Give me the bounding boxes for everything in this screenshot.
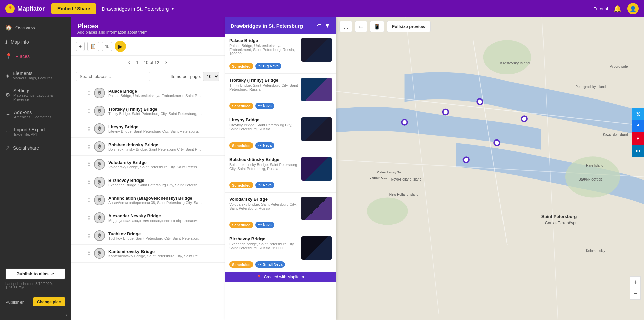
sort-down-button[interactable]: ▼: [87, 200, 91, 203]
sort-down-button[interactable]: ▼: [87, 236, 91, 239]
svg-text:Летний Сад: Летний Сад: [370, 176, 388, 179]
place-row[interactable]: ⋮⋮ ▲ ▼ Liteyny Bridge Liteyny Bridge, Sa…: [71, 120, 225, 138]
import-export-icon: ↔: [5, 129, 11, 135]
overlay-item[interactable]: Troitsky (Trinity) Bridge Trinity Bridge…: [225, 74, 336, 113]
sort-down-button[interactable]: ▼: [87, 218, 91, 221]
bell-icon[interactable]: 🔔: [613, 5, 622, 13]
place-address: Bolsheokhtinsky Bridge, Saint Petersburg…: [108, 147, 202, 151]
place-address: Tuchkov Bridge, Saint Petersburg City, S…: [108, 236, 202, 240]
overlay-tag-button[interactable]: 🏷: [316, 22, 322, 29]
sort-down-button[interactable]: ▼: [87, 129, 91, 132]
place-address: Exchange Bridge, Saint Petersburg City, …: [108, 183, 202, 187]
sidebar-item-sub: Excel file, API: [14, 132, 45, 136]
svg-point-30: [464, 158, 468, 162]
place-icon: [94, 123, 105, 134]
overlay-item-text: Volodarsky Bridge Volodarsky Bridge, Sai…: [229, 197, 299, 212]
sort-arrows: ▲ ▼: [87, 250, 91, 257]
overlay-item-image: [301, 78, 332, 101]
publish-to-alias-button[interactable]: Publish to alias ↗: [5, 268, 65, 280]
sidebar-item-social-share[interactable]: ↗ Social share: [0, 141, 71, 155]
sort-down-button[interactable]: ▼: [87, 147, 91, 150]
add-place-button[interactable]: +: [76, 42, 85, 51]
items-per-page-select[interactable]: 10 25 50: [203, 72, 219, 81]
mobile-preview-button[interactable]: 📱: [370, 21, 384, 32]
place-icon: [94, 106, 105, 116]
place-row[interactable]: ⋮⋮ ▲ ▼ Alexander Nevsky Bridge Медицинск…: [71, 209, 225, 227]
svg-text:Saint Petersburg: Saint Petersburg: [541, 214, 577, 219]
sidebar-item-elements[interactable]: ◈ Elements Markers, Tags, Features: [0, 67, 71, 84]
place-row[interactable]: ⋮⋮ ▲ ▼ Bolsheokhtinsky Bridge Bolsheokht…: [71, 138, 225, 156]
tablet-preview-button[interactable]: ▭: [355, 21, 367, 32]
place-row[interactable]: ⋮⋮ ▲ ▼ Troitsky (Trinity) Bridge Trinity…: [71, 102, 225, 120]
place-row[interactable]: ⋮⋮ ▲ ▼ Birzhevoy Bridge Exchange Bridge,…: [71, 173, 225, 191]
place-row[interactable]: ⋮⋮ ▲ ▼ Tuchkov Bridge Tuchkov Bridge, Sa…: [71, 227, 225, 245]
sidebar-nav: 🏠 Overview ℹ Map info 📍 Places ◈ Element…: [0, 17, 71, 264]
overlay-item[interactable]: Volodarsky Bridge Volodarsky Bridge, Sai…: [225, 193, 336, 232]
map-title-dropdown-icon[interactable]: ▼: [171, 6, 175, 11]
sort-down-button[interactable]: ▼: [87, 111, 91, 114]
badge: Scheduled: [229, 222, 253, 228]
sidebar-item-settings[interactable]: ⚙ Settings Map settings, Layouts & Prese…: [0, 84, 71, 106]
sidebar-collapse-button[interactable]: ‹: [0, 310, 71, 320]
overlay-item-badges: Scheduled〜 Neva: [229, 142, 332, 149]
overlay-item-addr: Volodarsky Bridge, Saint Petersburg City…: [229, 202, 299, 210]
twitter-share-button[interactable]: 𝕏: [632, 108, 644, 120]
prev-page-button[interactable]: ‹: [126, 58, 132, 66]
sidebar-item-import-export[interactable]: ↔ Import / Export Excel file, API: [0, 123, 71, 141]
fullscreen-button[interactable]: ⛶: [339, 21, 352, 32]
logo-icon: 📍: [5, 4, 15, 13]
avatar[interactable]: 👤: [627, 3, 639, 14]
place-row[interactable]: ⋮⋮ ▲ ▼ Palace Bridge Palace Bridge, Univ…: [71, 84, 225, 102]
overlay-footer-text: Created with Mapifator: [264, 275, 305, 279]
sort-button[interactable]: ⇅: [102, 42, 112, 51]
overlay-item-badges: Scheduled〜 Small Neva: [229, 261, 332, 268]
place-row[interactable]: ⋮⋮ ▲ ▼ Annunciation (Blagoveschensky) Br…: [71, 191, 225, 209]
svg-point-7: [98, 216, 100, 218]
overlay-item[interactable]: Bolsheokhtinsky Bridge Bolsheokhtinsky B…: [225, 153, 336, 193]
place-name: Volodarsky Bridge: [108, 160, 219, 165]
change-plan-button[interactable]: Change plan: [33, 297, 65, 306]
embed-share-button[interactable]: Embed / Share: [51, 3, 96, 14]
sort-down-button[interactable]: ▼: [87, 182, 91, 186]
pinterest-share-button[interactable]: P: [632, 132, 644, 145]
overlay-item[interactable]: Birzhevoy Bridge Exchange bridge, Saint …: [225, 232, 336, 272]
overlay-header: Drawbridges in St. Petersburg 🏷 ▼: [225, 17, 336, 34]
badge: 〜 Neva: [255, 222, 274, 228]
sidebar-item-overview[interactable]: 🏠 Overview: [0, 20, 71, 35]
place-name: Tuchkov Bridge: [108, 231, 219, 236]
sidebar-item-places[interactable]: 📍 Places: [0, 49, 71, 64]
svg-point-0: [98, 91, 100, 93]
sidebar-item-addons[interactable]: ＋ Add-ons Amenities, Geometries: [0, 106, 71, 123]
zoom-in-button[interactable]: +: [630, 276, 641, 288]
linkedin-share-button[interactable]: in: [632, 145, 644, 157]
tutorial-link[interactable]: Tutorial: [594, 6, 608, 11]
play-button[interactable]: ▶: [115, 41, 126, 52]
zoom-out-button[interactable]: −: [630, 288, 641, 300]
sort-arrows: ▲ ▼: [87, 179, 91, 186]
drag-handle: ⋮⋮: [76, 162, 84, 167]
import-button[interactable]: 📋: [87, 42, 99, 51]
overlay-close-button[interactable]: ▼: [324, 22, 330, 29]
sort-down-button[interactable]: ▼: [87, 93, 91, 96]
search-input[interactable]: [76, 72, 150, 81]
content-area: Places Add places and information about …: [71, 17, 644, 320]
sort-down-button[interactable]: ▼: [87, 164, 91, 168]
overlay-item[interactable]: Palace Bridge Palace Bridge, Universitet…: [225, 34, 336, 74]
next-page-button[interactable]: ›: [163, 58, 169, 66]
overlay-item[interactable]: Liteyny Bridge Liteynyy Bridge, Saint Pe…: [225, 113, 336, 153]
sidebar-item-map-info[interactable]: ℹ Map info: [0, 35, 71, 49]
map-area: ⛶ ▭ 📱 Fullsize preview: [336, 17, 644, 320]
svg-point-8: [98, 234, 100, 236]
fullsize-preview-button[interactable]: Fullsize preview: [387, 21, 431, 32]
overlay-item-badges: Scheduled〜 Neva: [229, 182, 332, 188]
sidebar-publish-section: Publish to alias ↗ Last published on 8/1…: [0, 264, 71, 294]
main-layout: 🏠 Overview ℹ Map info 📍 Places ◈ Element…: [0, 17, 644, 320]
place-row[interactable]: ⋮⋮ ▲ ▼ Kantemirovsky Bridge Kantemirovsk…: [71, 245, 225, 263]
place-info: Kantemirovsky Bridge Kantemirovskiy Brid…: [108, 249, 219, 258]
place-address: Liteyny Bridge, Saint Petersburg City, S…: [108, 129, 202, 133]
facebook-share-button[interactable]: f: [632, 120, 644, 132]
places-list: ⋮⋮ ▲ ▼ Palace Bridge Palace Bridge, Univ…: [71, 84, 225, 320]
twitter-icon: 𝕏: [636, 112, 640, 117]
sort-down-button[interactable]: ▼: [87, 253, 91, 257]
place-row[interactable]: ⋮⋮ ▲ ▼ Volodarsky Bridge Volodarsky Brid…: [71, 156, 225, 173]
